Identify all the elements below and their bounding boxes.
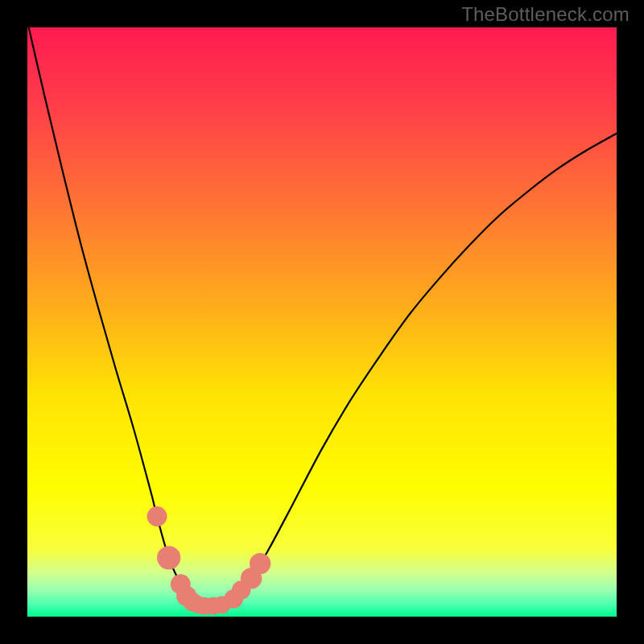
data-marker [157, 546, 180, 569]
chart-frame: TheBottleneck.com [0, 0, 644, 644]
data-marker [250, 553, 270, 574]
watermark-text: TheBottleneck.com [461, 3, 630, 26]
plot-area [27, 27, 617, 617]
gradient-background [27, 27, 617, 617]
data-marker [147, 506, 167, 526]
plot-svg [27, 27, 617, 617]
